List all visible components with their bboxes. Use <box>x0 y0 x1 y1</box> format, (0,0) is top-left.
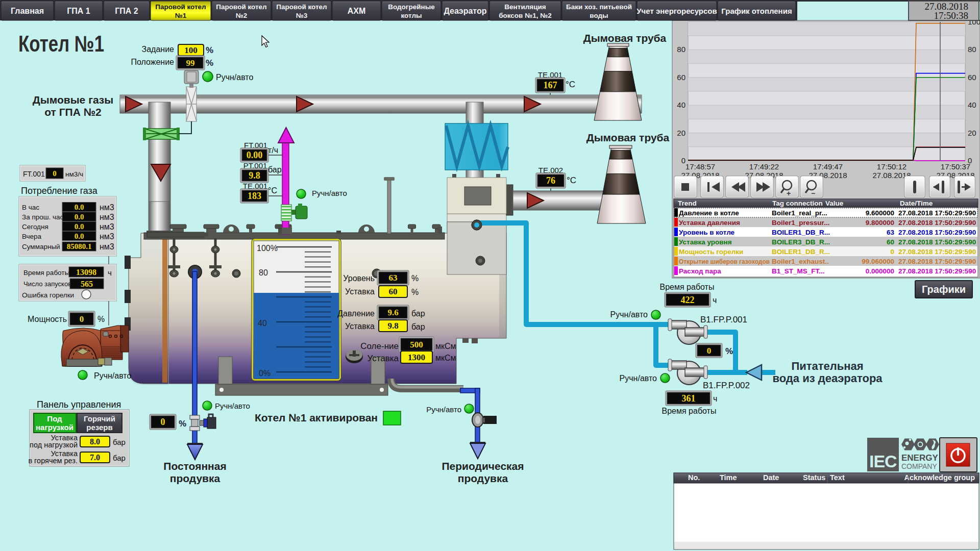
svg-text:%: % <box>411 274 419 283</box>
svg-text:ч: ч <box>713 296 717 305</box>
svg-text:Уставка давления: Уставка давления <box>679 219 740 227</box>
svg-text:183: 183 <box>248 191 261 201</box>
svg-text:бар: бар <box>411 322 425 331</box>
svg-text:Водогрейные: Водогрейные <box>388 3 435 11</box>
svg-text:BOILER1_DB_R...: BOILER1_DB_R... <box>772 248 830 256</box>
svg-text:Дымовые газы: Дымовые газы <box>33 94 113 106</box>
svg-text:нм3: нм3 <box>100 213 114 221</box>
svg-text:График отопления: График отопления <box>721 7 792 15</box>
svg-text:100%: 100% <box>257 244 278 253</box>
svg-text:Под: Под <box>47 414 62 423</box>
svg-text:воды: воды <box>590 12 608 19</box>
svg-text:60: 60 <box>968 73 976 82</box>
svg-text:Паровой котел: Паровой котел <box>276 3 327 11</box>
svg-text:Уставка: Уставка <box>345 287 375 296</box>
svg-text:B1.FP.P.001: B1.FP.P.001 <box>700 315 747 324</box>
svg-text:Ручн/авто: Ручн/авто <box>216 73 253 82</box>
svg-text:Tag connection: Tag connection <box>772 199 823 207</box>
svg-text:продувка: продувка <box>170 472 220 484</box>
svg-text:27.08.2018 17:50:29:590: 27.08.2018 17:50:29:590 <box>898 219 976 227</box>
svg-text:0: 0 <box>53 169 57 178</box>
svg-text:т/ч: т/ч <box>268 146 278 155</box>
svg-text:17:49:47: 17:49:47 <box>813 162 843 171</box>
svg-text:76: 76 <box>546 176 555 186</box>
svg-text:No.: No. <box>688 473 700 482</box>
svg-text:АХМ: АХМ <box>348 7 366 15</box>
svg-text:99: 99 <box>186 58 195 68</box>
svg-text:Ошибка горелки: Ошибка горелки <box>22 291 74 299</box>
svg-text:0.00: 0.00 <box>247 150 263 160</box>
svg-text:40: 40 <box>258 319 267 328</box>
svg-text:Учет энергоресурсов: Учет энергоресурсов <box>636 7 717 15</box>
svg-text:Ручн/авто: Ручн/авто <box>610 310 648 319</box>
svg-text:Расход пара: Расход пара <box>679 267 721 275</box>
svg-text:IEC: IEC <box>869 452 897 471</box>
svg-text:27.08.2018 17:50:29:590: 27.08.2018 17:50:29:590 <box>898 267 976 275</box>
svg-text:0.0: 0.0 <box>75 203 84 211</box>
svg-text:Дымовая труба: Дымовая труба <box>583 32 667 44</box>
svg-text:бар: бар <box>113 438 126 446</box>
svg-text:под нагрузкой: под нагрузкой <box>30 441 78 449</box>
svg-text:0.0: 0.0 <box>75 232 84 240</box>
svg-text:Boiler1_exhaust..: Boiler1_exhaust.. <box>772 258 829 265</box>
svg-text:№2: №2 <box>236 12 248 19</box>
svg-text:Питательная: Питательная <box>791 360 863 372</box>
svg-text:60: 60 <box>677 73 685 82</box>
svg-text:в горячем рез.: в горячем рез. <box>28 457 78 465</box>
svg-text:нагрузкой: нагрузкой <box>36 423 74 432</box>
svg-text:Давление в котле: Давление в котле <box>679 209 739 217</box>
svg-text:361: 361 <box>682 393 696 404</box>
svg-text:Уставка уровня: Уставка уровня <box>679 238 732 246</box>
svg-text:вода из деаэратора: вода из деаэратора <box>772 372 883 385</box>
svg-text:За прош. час: За прош. час <box>22 213 64 221</box>
svg-text:20: 20 <box>968 129 976 137</box>
svg-text:Acknowledge group: Acknowledge group <box>904 473 975 482</box>
svg-text:Status: Status <box>803 473 825 482</box>
svg-text:Вентиляция: Вентиляция <box>504 3 546 11</box>
svg-text:85080.1: 85080.1 <box>67 242 92 251</box>
svg-text:Ручн/авто: Ручн/авто <box>426 405 461 414</box>
svg-text:17:48:57: 17:48:57 <box>685 162 715 171</box>
svg-text:котлы: котлы <box>401 12 422 19</box>
svg-text:Boiler1_real_pr...: Boiler1_real_pr... <box>772 209 827 217</box>
svg-text:27.08.2018 17:50:29:590: 27.08.2018 17:50:29:590 <box>898 229 976 236</box>
svg-text:9.600000: 9.600000 <box>866 209 894 217</box>
svg-text:Баки хоз. питьевой: Баки хоз. питьевой <box>566 3 632 11</box>
svg-text:мкСм: мкСм <box>435 342 456 350</box>
svg-text:от ГПА №2: от ГПА №2 <box>44 106 102 118</box>
svg-text:1300: 1300 <box>408 353 425 362</box>
svg-text:63: 63 <box>887 229 895 236</box>
svg-text:40: 40 <box>968 101 976 109</box>
svg-text:Постоянная: Постоянная <box>163 460 226 472</box>
svg-text:Ручн/авто: Ручн/авто <box>312 189 347 197</box>
svg-text:Время работы: Время работы <box>662 407 717 415</box>
svg-text:0: 0 <box>80 314 84 324</box>
svg-text:B1.FP.P.002: B1.FP.P.002 <box>703 381 750 390</box>
svg-text:Уставка: Уставка <box>345 322 375 331</box>
svg-text:0: 0 <box>681 156 685 165</box>
svg-text:27.08.2018 17:50:29:590: 27.08.2018 17:50:29:590 <box>898 248 976 256</box>
svg-text:нм3: нм3 <box>100 232 114 241</box>
svg-text:9.6: 9.6 <box>387 308 398 317</box>
svg-text:Открытие шиберов газоходов: Открытие шиберов газоходов <box>679 258 770 265</box>
svg-text:565: 565 <box>81 280 93 288</box>
svg-text:Задание: Задание <box>142 45 175 54</box>
svg-text:Горячий: Горячий <box>84 414 115 423</box>
svg-text:−: − <box>811 189 815 197</box>
svg-text:17:50:12: 17:50:12 <box>877 162 906 171</box>
svg-text:80: 80 <box>968 45 976 54</box>
svg-text:Value: Value <box>825 199 844 207</box>
svg-text:0%: 0% <box>259 369 271 378</box>
svg-text:Вчера: Вчера <box>22 233 42 240</box>
svg-text:Время работы: Время работы <box>23 269 69 277</box>
svg-text:нм3: нм3 <box>100 203 114 212</box>
svg-text:Паровой котел: Паровой котел <box>155 3 206 11</box>
svg-text:%: % <box>411 288 419 296</box>
svg-text:Деаэратор: Деаэратор <box>444 7 486 15</box>
svg-text:17:49:22: 17:49:22 <box>749 162 779 171</box>
svg-text:боксов №1, №2: боксов №1, №2 <box>499 12 552 19</box>
svg-text:Потребление газа: Потребление газа <box>21 186 98 196</box>
svg-text:бар: бар <box>113 454 126 462</box>
svg-text:нм3: нм3 <box>100 222 114 231</box>
svg-text:8.0: 8.0 <box>90 437 100 446</box>
